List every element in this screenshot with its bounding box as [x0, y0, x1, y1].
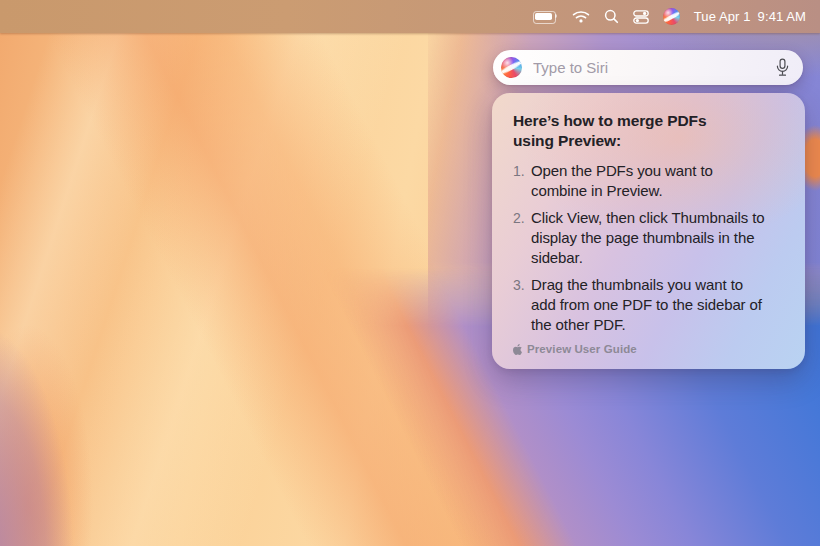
- list-item: 2. Click View, then click Thumbnails to …: [513, 208, 787, 268]
- menu-bar-time: 9:41 AM: [758, 9, 806, 24]
- step-text: Open the PDFs you want to combine in Pre…: [531, 161, 713, 201]
- battery-icon[interactable]: [533, 11, 558, 23]
- type-to-siri-input[interactable]: [493, 50, 803, 85]
- list-item: 1. Open the PDFs you want to combine in …: [513, 161, 787, 201]
- apple-logo-icon: [513, 344, 522, 355]
- menu-bar-status-items: Tue Apr 1 9:41 AM: [533, 0, 820, 33]
- control-center-icon[interactable]: [633, 10, 649, 24]
- step-number: 1.: [513, 161, 531, 201]
- list-item: 3. Drag the thumbnails you want to add f…: [513, 275, 787, 335]
- battery-nub: [555, 14, 557, 18]
- desktop: Tue Apr 1 9:41 AM Here’s how to merge PD…: [0, 0, 820, 546]
- step-number: 2.: [513, 208, 531, 268]
- wifi-icon[interactable]: [572, 10, 590, 23]
- source-link-label: Preview User Guide: [527, 343, 637, 355]
- menu-bar: Tue Apr 1 9:41 AM: [0, 0, 820, 33]
- microphone-icon[interactable]: [774, 57, 791, 78]
- card-heading: Here’s how to merge PDFs using Preview:: [513, 111, 743, 151]
- siri-text-field[interactable]: [531, 58, 774, 77]
- siri-icon: [501, 57, 522, 78]
- siri-response-card: Here’s how to merge PDFs using Preview: …: [492, 93, 805, 369]
- menu-bar-date: Tue Apr 1: [694, 9, 751, 24]
- menu-bar-clock[interactable]: Tue Apr 1 9:41 AM: [694, 9, 806, 24]
- source-link[interactable]: Preview User Guide: [513, 343, 787, 355]
- siri-menubar-icon[interactable]: [663, 8, 680, 25]
- spotlight-search-icon[interactable]: [604, 9, 619, 24]
- steps-list: 1. Open the PDFs you want to combine in …: [513, 161, 787, 335]
- step-text: Click View, then click Thumbnails to dis…: [531, 208, 764, 268]
- step-text: Drag the thumbnails you want to add from…: [531, 275, 762, 335]
- battery-charge-level: [535, 13, 552, 20]
- step-number: 3.: [513, 275, 531, 335]
